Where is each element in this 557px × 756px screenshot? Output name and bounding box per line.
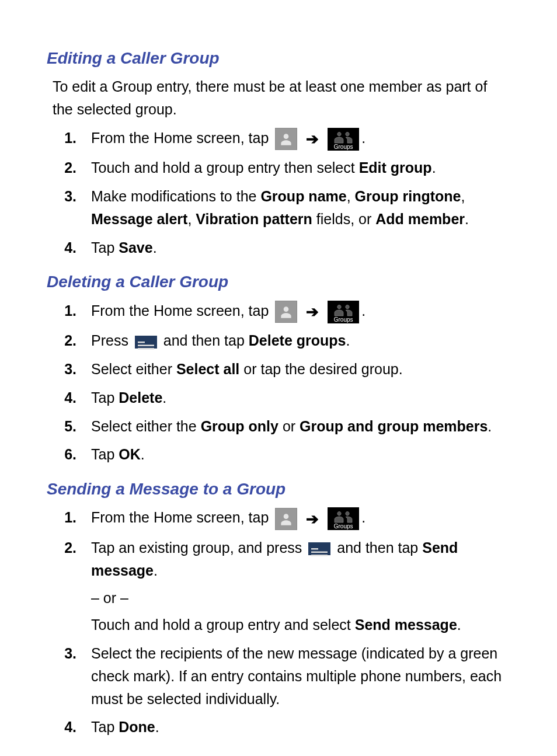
list-item: From the Home screen, tap ➔ Groups . [81, 299, 510, 324]
menu-icon [308, 542, 330, 555]
steps-delete: From the Home screen, tap ➔ Groups . Pre… [53, 299, 510, 466]
step-text: Select either the [91, 418, 201, 434]
bold-term: Vibration pattern [196, 211, 312, 227]
bold-term: Save [119, 239, 152, 256]
bold-term: Group only [201, 418, 278, 434]
bold-term: Group and group members [300, 418, 488, 434]
step-text: Tap [91, 239, 119, 256]
groups-icon-label: Groups [334, 523, 353, 529]
contacts-icon [275, 508, 297, 530]
list-item: Touch and hold a group entry then select… [81, 156, 510, 179]
list-item: Select the recipients of the new message… [81, 642, 510, 710]
step-text: Touch and hold a group entry and select [91, 616, 355, 633]
step-text: Select either [91, 361, 176, 377]
step-text: Tap [91, 719, 119, 735]
list-item: Tap Delete. [81, 386, 510, 409]
list-item: Select either the Group only or Group an… [81, 415, 510, 438]
contacts-icon [275, 301, 297, 323]
menu-icon [135, 336, 157, 349]
bold-term: Delete groups [249, 332, 346, 349]
step-text: From the Home screen, tap [91, 509, 269, 525]
svg-rect-1 [138, 344, 154, 346]
groups-icon-label: Groups [334, 316, 353, 323]
bold-term: Select all [176, 361, 239, 377]
intro-edit: To edit a Group entry, there must be at … [53, 75, 510, 121]
list-item: Tap an existing group, and press and the… [81, 536, 510, 636]
step-text: fields, or [312, 211, 375, 227]
list-item: Make modifications to the Group name, Gr… [81, 185, 510, 231]
bold-term: Delete [119, 389, 162, 406]
svg-rect-2 [138, 348, 154, 350]
step-text: Tap [91, 389, 119, 406]
step-text: Tap [91, 446, 119, 462]
groups-icon: Groups [328, 301, 359, 323]
step-text: and then tap [333, 539, 422, 556]
list-item: From the Home screen, tap ➔ Groups . [81, 506, 510, 531]
svg-rect-4 [311, 552, 328, 553]
steps-edit: From the Home screen, tap ➔ Groups . Tou… [53, 127, 510, 259]
step-text: Touch and hold a group entry then select [91, 159, 359, 176]
svg-rect-3 [311, 548, 318, 550]
bold-term: Group ringtone [355, 188, 461, 204]
groups-icon: Groups [328, 507, 359, 530]
bold-term: Message alert [91, 211, 187, 227]
step-text: or [278, 418, 300, 434]
list-item: Tap Done. [81, 716, 510, 738]
list-item: Select either Select all or tap the desi… [81, 358, 510, 381]
groups-icon-label: Groups [334, 144, 353, 150]
list-item: Press and then tap Delete groups. [81, 329, 510, 352]
bold-term: Done [119, 719, 155, 735]
groups-icon: Groups [328, 128, 359, 151]
bold-term: Edit group [359, 159, 432, 176]
step-text: From the Home screen, tap [91, 302, 269, 319]
bold-term: Add member [375, 211, 465, 227]
step-text: Make modifications to the [91, 188, 260, 204]
step-text: and then tap [159, 332, 249, 349]
arrow-icon: ➔ [306, 127, 319, 151]
list-item: Tap OK. [81, 443, 510, 466]
step-text: Tap an existing group, and press [91, 539, 306, 556]
step-text: Press [91, 332, 133, 349]
step-text: From the Home screen, tap [91, 130, 269, 146]
steps-send: From the Home screen, tap ➔ Groups . Tap… [53, 506, 510, 738]
bold-term: OK [119, 446, 141, 462]
svg-rect-5 [311, 555, 328, 556]
arrow-icon: ➔ [306, 507, 319, 531]
arrow-icon: ➔ [306, 300, 319, 323]
heading-edit-caller-group: Editing a Caller Group [47, 46, 510, 71]
svg-rect-0 [138, 342, 145, 343]
step-text-alt: Touch and hold a group entry and select … [91, 614, 510, 636]
heading-send-message-group: Sending a Message to a Group [47, 476, 510, 501]
or-separator: – or – [91, 587, 510, 609]
bold-term: Group name [260, 188, 346, 204]
heading-delete-caller-group: Deleting a Caller Group [47, 269, 510, 294]
bold-term: Send message [355, 616, 457, 633]
list-item: Tap Save. [81, 236, 510, 259]
contacts-icon [275, 128, 297, 150]
step-text: or tap the desired group. [239, 361, 402, 377]
list-item: From the Home screen, tap ➔ Groups . [81, 127, 510, 151]
